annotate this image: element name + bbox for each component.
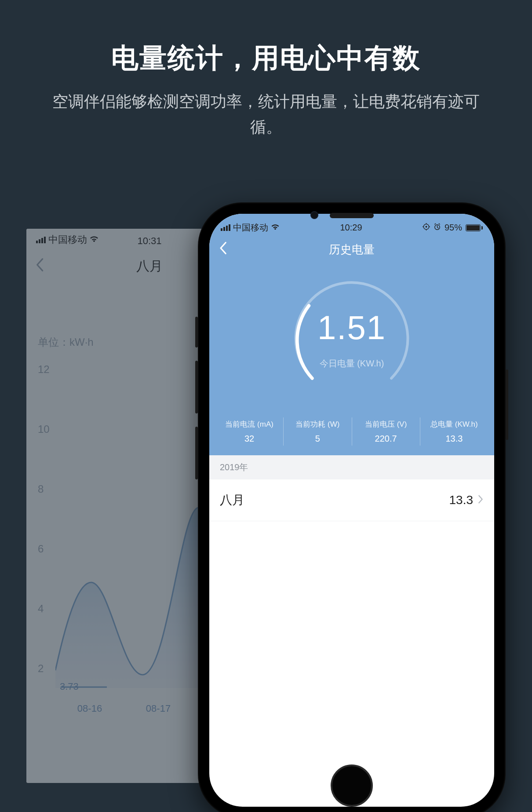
status-time: 10:29: [340, 223, 362, 233]
carrier-label: 中国移动: [233, 222, 268, 234]
stat-value: 220.7: [352, 434, 420, 444]
stat-label: 当前功耗 (W): [284, 419, 351, 429]
nav-bar: 历史电量: [209, 235, 494, 263]
phone-camera: [310, 211, 318, 219]
stat-value: 5: [284, 434, 351, 444]
battery-percent: 95%: [445, 223, 462, 233]
xtick: 08-17: [146, 703, 171, 714]
stat-value: 13.3: [420, 434, 488, 444]
hero-subtitle: 空调伴侣能够检测空调功率，统计用电量，让电费花销有迹可循。: [0, 89, 532, 139]
home-button[interactable]: [331, 764, 373, 807]
phone-frame: 中国移动 10:29 95%: [198, 202, 506, 812]
gauge-label: 今日电量 (KW.h): [279, 358, 424, 369]
month-row-august[interactable]: 八月 13.3: [209, 479, 494, 521]
battery-icon: [466, 224, 483, 231]
stat-current: 当前电流 (mA) 32: [215, 417, 284, 446]
energy-gauge: 1.51 今日电量 (KW.h): [279, 266, 424, 398]
alarm-icon: [434, 223, 441, 233]
nav-title: 历史电量: [329, 242, 375, 257]
stat-label: 当前电压 (V): [352, 419, 420, 429]
phone-screen: 中国移动 10:29 95%: [209, 214, 494, 807]
stat-power: 当前功耗 (W) 5: [284, 417, 352, 446]
month-value: 13.3: [449, 493, 474, 507]
stat-value: 32: [215, 434, 283, 444]
stats-row: 当前电流 (mA) 32 当前功耗 (W) 5 当前电压 (V) 220.7 总…: [215, 417, 488, 446]
xtick: 08-16: [77, 703, 102, 714]
stat-label: 当前电流 (mA): [215, 419, 283, 429]
nav-title: 八月: [136, 257, 163, 275]
carrier-label: 中国移动: [48, 233, 87, 246]
chart-point-label: 3.73: [60, 681, 79, 692]
ytick: 12: [38, 363, 50, 376]
year-section-header: 2019年: [209, 455, 494, 479]
wifi-icon: [271, 223, 280, 233]
gauge-value: 1.51: [279, 308, 424, 347]
phone-speaker: [330, 213, 374, 218]
ytick: 2: [38, 662, 44, 675]
wifi-icon: [90, 234, 98, 245]
stat-voltage: 当前电压 (V) 220.7: [352, 417, 420, 446]
ytick: 8: [38, 483, 44, 495]
location-icon: [423, 223, 430, 233]
month-label: 八月: [220, 492, 244, 508]
stat-label: 总电量 (KW.h): [420, 419, 488, 429]
status-time: 10:31: [137, 235, 161, 247]
back-button[interactable]: [219, 241, 227, 258]
signal-icon: [221, 224, 230, 231]
signal-icon: [36, 237, 46, 243]
ytick: 10: [38, 423, 50, 435]
svg-point-2: [426, 226, 427, 228]
back-icon[interactable]: [35, 258, 44, 275]
ytick: 6: [38, 543, 44, 555]
hero-title: 电量统计，用电心中有数: [0, 0, 532, 77]
chevron-right-icon: [477, 494, 484, 507]
ytick: 4: [38, 603, 44, 615]
stat-total: 总电量 (KW.h) 13.3: [420, 417, 488, 446]
